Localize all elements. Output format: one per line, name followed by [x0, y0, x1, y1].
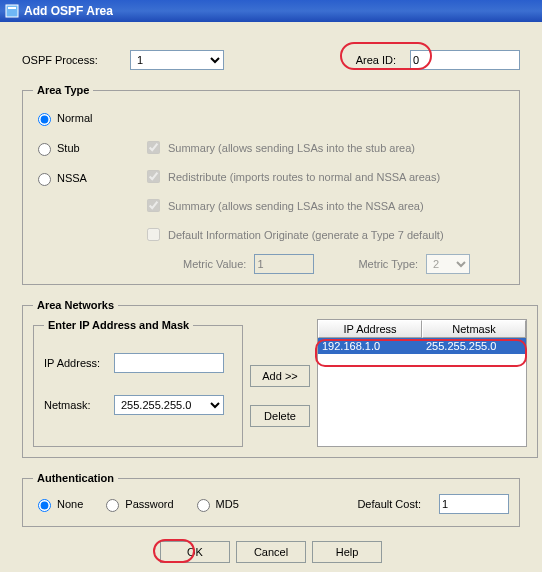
app-icon — [4, 3, 20, 19]
titlebar: Add OSPF Area — [0, 0, 542, 22]
radio-auth-password[interactable] — [106, 499, 119, 512]
metric-type-label: Metric Type: — [358, 258, 418, 270]
check-redistribute — [147, 170, 160, 183]
ip-address-input[interactable] — [114, 353, 224, 373]
ip-address-label: IP Address: — [44, 357, 114, 369]
netmask-label: Netmask: — [44, 399, 114, 411]
check-redistribute-label: Redistribute (imports routes to normal a… — [168, 171, 440, 183]
default-cost-label: Default Cost: — [357, 498, 421, 510]
radio-auth-none[interactable] — [38, 499, 51, 512]
add-button[interactable]: Add >> — [250, 365, 310, 387]
area-id-input[interactable] — [410, 50, 520, 70]
authentication-legend: Authentication — [33, 472, 118, 484]
radio-auth-md5[interactable] — [197, 499, 210, 512]
area-networks-group: Area Networks Enter IP Address and Mask … — [22, 299, 538, 458]
authentication-group: Authentication None Password MD5 Default… — [22, 472, 520, 527]
radio-auth-none-label: None — [57, 498, 83, 510]
ok-button[interactable]: OK — [160, 541, 230, 563]
cell-netmask: 255.255.255.0 — [422, 338, 526, 354]
check-default-info-label: Default Information Originate (generate … — [168, 229, 444, 241]
col-header-ip[interactable]: IP Address — [318, 320, 422, 338]
check-summary-stub — [147, 141, 160, 154]
metric-value-input — [254, 254, 314, 274]
check-summary-stub-label: Summary (allows sending LSAs into the st… — [168, 142, 415, 154]
enter-ip-mask-group: Enter IP Address and Mask IP Address: Ne… — [33, 319, 243, 447]
radio-normal-label: Normal — [57, 112, 92, 124]
netmask-dropdown[interactable]: 255.255.255.0 — [114, 395, 224, 415]
help-button[interactable]: Help — [312, 541, 382, 563]
check-default-info — [147, 228, 160, 241]
window-title: Add OSPF Area — [24, 4, 113, 18]
area-type-group: Area Type Normal Stub NSSA — [22, 84, 520, 285]
metric-type-dropdown: 2 — [426, 254, 470, 274]
ospf-process-label: OSPF Process: — [22, 54, 130, 66]
ospf-process-dropdown[interactable]: 1 — [130, 50, 224, 70]
table-row[interactable]: 192.168.1.0 255.255.255.0 — [318, 338, 526, 354]
cell-ip: 192.168.1.0 — [318, 338, 422, 354]
check-summary-nssa — [147, 199, 160, 212]
cancel-button[interactable]: Cancel — [236, 541, 306, 563]
check-summary-nssa-label: Summary (allows sending LSAs into the NS… — [168, 200, 424, 212]
svg-rect-1 — [8, 7, 16, 9]
default-cost-input[interactable] — [439, 494, 509, 514]
delete-button[interactable]: Delete — [250, 405, 310, 427]
networks-table[interactable]: IP Address Netmask 192.168.1.0 255.255.2… — [317, 319, 527, 447]
area-type-legend: Area Type — [33, 84, 93, 96]
radio-nssa[interactable] — [38, 173, 51, 186]
radio-auth-md5-label: MD5 — [216, 498, 239, 510]
svg-rect-0 — [6, 5, 18, 17]
area-networks-legend: Area Networks — [33, 299, 118, 311]
radio-stub-label: Stub — [57, 142, 80, 154]
enter-ip-mask-legend: Enter IP Address and Mask — [44, 319, 193, 331]
col-header-netmask[interactable]: Netmask — [422, 320, 526, 338]
radio-stub[interactable] — [38, 143, 51, 156]
radio-auth-password-label: Password — [125, 498, 173, 510]
radio-normal[interactable] — [38, 113, 51, 126]
area-id-label: Area ID: — [356, 54, 396, 66]
radio-nssa-label: NSSA — [57, 172, 87, 184]
metric-value-label: Metric Value: — [183, 258, 246, 270]
